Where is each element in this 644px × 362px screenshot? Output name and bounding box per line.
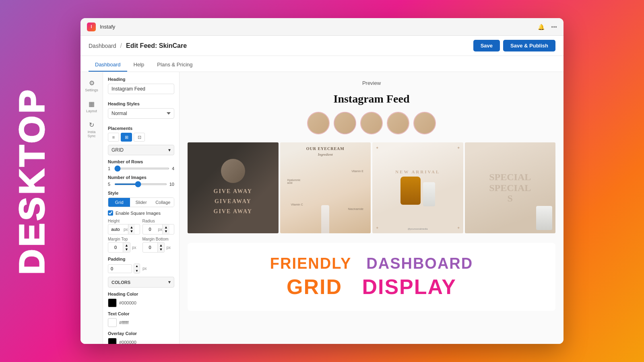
padding-input[interactable]	[108, 264, 132, 273]
special-text: SPECIALSPECIALS	[489, 172, 531, 204]
margin-bottom-group: Margin Bottom ▲▼ px	[142, 237, 175, 253]
promo-display: DISPLAY	[362, 275, 456, 298]
text-color-value[interactable]: #ffffff	[119, 320, 128, 325]
breadcrumb-root[interactable]: Dashboard	[89, 43, 116, 49]
preview-title: Preview	[188, 80, 555, 86]
promo-section: FRIENDLY DASHBOARD GRID DISPLAY	[188, 243, 555, 311]
sidebar-item-insta-sync[interactable]: ↻ Insta Sync	[83, 118, 101, 141]
story-circle-3[interactable]	[360, 112, 383, 134]
breadcrumb-separator: /	[120, 42, 122, 49]
images-slider-row: 5 10	[108, 182, 174, 187]
style-grid-btn[interactable]: Grid	[108, 198, 130, 207]
text-color-swatch[interactable]	[108, 318, 117, 327]
title-bar: I Instafy 🔔 •••	[80, 18, 564, 36]
height-input-group: px ▲▼	[108, 224, 140, 234]
sidebar-item-layout[interactable]: ▦ Layout	[83, 97, 101, 116]
height-input[interactable]	[108, 226, 123, 233]
story-circle-4[interactable]	[387, 112, 409, 134]
heading-input[interactable]	[108, 84, 174, 94]
margin-bottom-input[interactable]	[143, 244, 157, 251]
radius-input[interactable]	[143, 226, 157, 233]
product-tube	[423, 182, 435, 206]
settings-label: Settings	[85, 88, 98, 92]
grid-item-2[interactable]: OUR EYECREAM Ingredient Hyaluronicacid V…	[280, 142, 371, 233]
main-content: ⚙ Settings ▦ Layout ↻ Insta Sync Heading…	[80, 72, 564, 344]
placement-alt-btn[interactable]: ⊡	[134, 133, 145, 142]
story-circle-2[interactable]	[334, 112, 356, 134]
app-name: Instafy	[100, 24, 115, 30]
grid-item-4[interactable]: SPECIALSPECIALS	[465, 142, 556, 233]
heading-color-label: Heading Color	[108, 292, 174, 296]
story-circle-5[interactable]	[413, 112, 436, 134]
layout-label: Layout	[86, 109, 97, 113]
save-publish-button[interactable]: Save & Publish	[503, 40, 555, 51]
overlay-color-value[interactable]: #000000	[119, 340, 136, 344]
sync-label: Insta Sync	[85, 130, 99, 138]
enable-square-row: Enable Square Images	[108, 210, 174, 216]
margin-top-group: Margin Top ▲▼ px	[108, 237, 140, 253]
heading-styles-select[interactable]: Normal	[108, 108, 174, 119]
grid-item-3[interactable]: ✦ ✦ ✦ ✦ NEW ARRIVAL @yoursocialmedia	[372, 142, 463, 233]
grid-item-1[interactable]: GIVE AWAYGIVEAWAYGIVE AWAY	[188, 142, 279, 233]
height-radius-row: Height px ▲▼ Radius px	[108, 219, 174, 234]
placement-list-btn[interactable]: ≡	[108, 133, 119, 142]
placements-label: Placements	[108, 126, 174, 131]
layout-icon: ▦	[89, 100, 95, 108]
rows-slider[interactable]	[114, 168, 169, 169]
desktop-label: DESKTOP	[11, 87, 52, 275]
heading-color-swatch[interactable]	[108, 298, 117, 307]
title-bar-icons: 🔔 •••	[538, 24, 557, 30]
padding-stepper[interactable]: ▲▼	[134, 263, 140, 274]
ingredient-vitamin-c: Vitamin C	[291, 203, 303, 206]
promo-line1: FRIENDLY DASHBOARD	[196, 255, 547, 272]
eyecream-title: OUR EYECREAM	[284, 146, 367, 151]
tab-help[interactable]: Help	[127, 58, 151, 72]
grid-select[interactable]: GRID ▾	[108, 145, 174, 155]
style-slider-btn[interactable]: Slider	[130, 198, 152, 207]
sidebar-item-settings[interactable]: ⚙ Settings	[83, 76, 101, 95]
overlay-color-swatch[interactable]	[108, 338, 117, 344]
enable-square-label: Enable Square Images	[116, 211, 161, 216]
padding-row: ▲▼ px	[108, 263, 174, 274]
radius-stepper[interactable]: ▲▼	[162, 224, 169, 234]
margin-top-label: Margin Top	[108, 237, 140, 241]
images-slider[interactable]	[114, 183, 167, 185]
tab-dashboard[interactable]: Dashboard	[89, 58, 127, 72]
colors-section-toggle[interactable]: COLORS ▾	[108, 277, 174, 288]
height-label: Height	[108, 219, 140, 223]
tab-plans-pricing[interactable]: Plans & Pricing	[151, 58, 199, 72]
breadcrumb-current: Edit Feed: SkinCare	[126, 42, 187, 49]
new-arrival-text: NEW ARRIVAL	[395, 169, 440, 174]
margin-bottom-label: Margin Bottom	[142, 237, 175, 241]
margin-top-stepper[interactable]: ▲▼	[123, 243, 130, 252]
ingredient-niacinamide: Niacinamide	[348, 208, 363, 210]
story-circle-1[interactable]	[307, 112, 330, 134]
heading-color-value[interactable]: #000000	[119, 300, 136, 305]
enable-square-checkbox[interactable]	[108, 210, 113, 216]
overlay-color-label: Overlay Color	[108, 331, 174, 336]
more-icon[interactable]: •••	[551, 24, 557, 30]
placement-grid-btn[interactable]: ⊞	[121, 133, 132, 142]
style-collage-btn[interactable]: Collage	[152, 198, 174, 207]
margin-bottom-input-group: ▲▼	[142, 242, 165, 253]
rows-slider-row: 1 4	[108, 166, 174, 171]
margin-top-input[interactable]	[108, 244, 123, 251]
height-stepper[interactable]: ▲▼	[128, 224, 135, 234]
ingredient-hyaluronic: Hyaluronicacid	[287, 179, 301, 184]
feed-title: Instagram Feed	[188, 93, 555, 105]
sidebar-icons: ⚙ Settings ▦ Layout ↻ Insta Sync	[80, 72, 103, 344]
margin-bottom-stepper[interactable]: ▲▼	[157, 243, 165, 252]
margin-row: Margin Top ▲▼ px Margin Bottom	[108, 237, 174, 253]
save-button[interactable]: Save	[473, 40, 500, 51]
heading-color-row: #000000	[108, 298, 174, 307]
placement-buttons: ≡ ⊞ ⊡	[108, 133, 174, 142]
promo-friendly: FRIENDLY	[270, 255, 351, 272]
overlay-color-row: #000000	[108, 338, 174, 344]
promo-grid: GRID	[287, 275, 342, 298]
heading-label: Heading	[108, 77, 174, 82]
margin-top-input-group: ▲▼	[108, 242, 130, 253]
radius-input-group: px ▲▼	[142, 224, 175, 234]
bell-icon[interactable]: 🔔	[538, 24, 545, 30]
social-tag: @yoursocialmedia	[408, 228, 427, 230]
radius-group: Radius px ▲▼	[142, 219, 175, 234]
